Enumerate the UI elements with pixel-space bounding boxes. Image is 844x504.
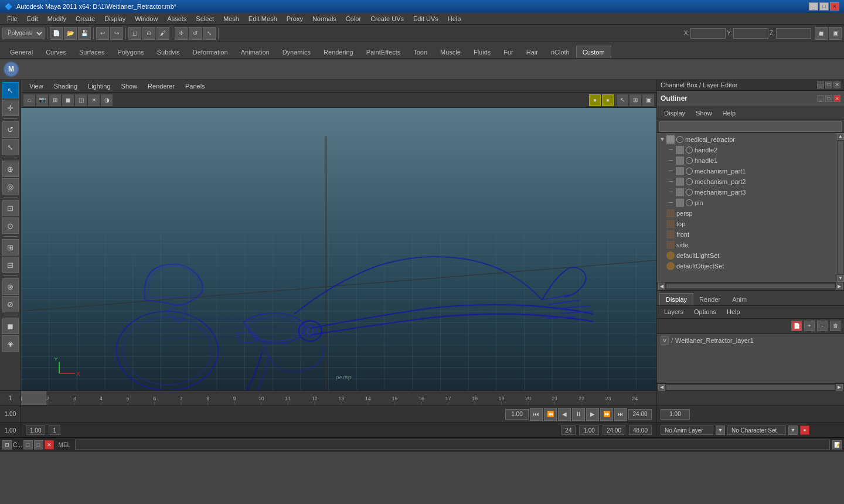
undo-button[interactable]: ↩ bbox=[96, 27, 109, 40]
shelf-tab-ncloth[interactable]: nCloth bbox=[544, 46, 576, 58]
duration-status[interactable]: 48.00 bbox=[629, 425, 652, 435]
render-region-button[interactable]: ◼ bbox=[2, 318, 19, 334]
script-editor-button[interactable]: 📝 bbox=[832, 440, 842, 449]
outliner-item-default-light-set[interactable]: defaultLightSet bbox=[657, 250, 844, 261]
outliner-item-side[interactable]: side bbox=[657, 240, 844, 250]
anim-end-status[interactable]: 1.00 bbox=[579, 425, 598, 435]
hscroll-left[interactable]: ◀ bbox=[658, 282, 665, 290]
mode-select[interactable]: Polygons bbox=[2, 28, 45, 39]
vp-menu-renderer[interactable]: Renderer bbox=[143, 81, 179, 91]
layer-new-button[interactable]: 📄 bbox=[791, 321, 802, 331]
vp-menu-view[interactable]: View bbox=[25, 81, 48, 91]
go-start-button[interactable]: ⏮ bbox=[530, 408, 543, 421]
layer-menu-options[interactable]: Options bbox=[689, 307, 721, 316]
anim-layer-field[interactable]: No Anim Layer bbox=[661, 425, 713, 435]
shelf-tab-dynamics[interactable]: Dynamics bbox=[276, 46, 317, 58]
menu-color[interactable]: Color bbox=[341, 14, 366, 23]
menu-file[interactable]: File bbox=[2, 14, 22, 23]
outliner-item-hnadle1[interactable]: ─ hnadle1 bbox=[657, 155, 844, 166]
playback-start-status[interactable]: 1.00 bbox=[26, 425, 45, 435]
3d-viewport[interactable]: X Y persp bbox=[21, 108, 656, 390]
shelf-tab-custom[interactable]: Custom bbox=[576, 46, 611, 58]
cb-restore-button[interactable]: □ bbox=[825, 81, 832, 88]
close-button[interactable]: ✕ bbox=[830, 2, 839, 11]
hscroll-thumb[interactable] bbox=[666, 284, 835, 288]
vp-texture-button[interactable]: ◫ bbox=[75, 94, 87, 106]
lasso-tool-button[interactable]: ⊙ bbox=[2, 217, 19, 234]
select-tool-button[interactable]: ↖ bbox=[2, 82, 19, 98]
render-button[interactable]: ◼ bbox=[815, 27, 828, 40]
z-field[interactable] bbox=[776, 28, 811, 39]
playback-end-field[interactable]: 24.00 bbox=[628, 409, 652, 420]
anim-layer-dropdown[interactable]: ▼ bbox=[716, 425, 725, 435]
scale-button[interactable]: ⤡ bbox=[203, 27, 216, 40]
mel-input[interactable] bbox=[75, 440, 830, 450]
shelf-tab-fur[interactable]: Fur bbox=[497, 46, 520, 58]
x-field[interactable] bbox=[690, 28, 726, 39]
vp-select-mode-button[interactable]: ↖ bbox=[617, 94, 628, 106]
outliner-restore[interactable]: □ bbox=[825, 95, 832, 102]
show-isolate-button[interactable]: ◈ bbox=[2, 335, 19, 352]
save-file-button[interactable]: 💾 bbox=[78, 27, 91, 40]
scale-tool-button[interactable]: ⤡ bbox=[2, 139, 19, 155]
outliner-item-top[interactable]: top bbox=[657, 219, 844, 229]
shelf-tab-deformation[interactable]: Deformation bbox=[186, 46, 234, 58]
current-frame-status[interactable]: 1 bbox=[49, 425, 60, 435]
outliner-item-mechanism-part1[interactable]: ─ mechanism_part1 bbox=[657, 166, 844, 176]
snap-to-point-button[interactable]: ⊛ bbox=[2, 278, 19, 295]
vp-shadow-button[interactable]: ◑ bbox=[101, 94, 113, 106]
outliner-search-input[interactable] bbox=[659, 121, 842, 132]
step-back-button[interactable]: ⏪ bbox=[544, 408, 557, 421]
menu-edit[interactable]: Edit bbox=[22, 14, 43, 23]
outliner-item-medical-retractor[interactable]: ▼ medical_retractor bbox=[657, 134, 844, 145]
menu-proxy[interactable]: Proxy bbox=[282, 14, 308, 23]
outliner-item-mechanism-part3[interactable]: ─ mechanism_part3 bbox=[657, 187, 844, 197]
shelf-tab-general[interactable]: General bbox=[4, 46, 39, 58]
shelf-tab-muscle[interactable]: Muscle bbox=[434, 46, 467, 58]
cb-close-button[interactable]: ✕ bbox=[833, 81, 840, 88]
vp-wireframe-button[interactable]: ⊞ bbox=[49, 94, 61, 106]
layer-remove-button[interactable]: - bbox=[817, 321, 828, 331]
layer-add-selected-button[interactable]: + bbox=[804, 321, 815, 331]
bottom-panel-btn1[interactable]: □ bbox=[23, 440, 33, 449]
open-file-button[interactable]: 📂 bbox=[64, 27, 77, 40]
move-button[interactable]: ✛ bbox=[175, 27, 188, 40]
menu-mesh[interactable]: Mesh bbox=[219, 14, 244, 23]
outliner-item-handle2[interactable]: ─ handle2 bbox=[657, 145, 844, 155]
outliner-item-pin[interactable]: ─ pin bbox=[657, 197, 844, 208]
menu-normals[interactable]: Normals bbox=[308, 14, 341, 23]
bottom-panel-close[interactable]: ✕ bbox=[45, 440, 54, 449]
go-end-button[interactable]: ⏭ bbox=[614, 408, 627, 421]
snap-to-grid-button[interactable]: ⊞ bbox=[2, 239, 19, 256]
vp-menu-show[interactable]: Show bbox=[117, 81, 142, 91]
rotate-tool-button[interactable]: ↺ bbox=[2, 121, 19, 138]
menu-modify[interactable]: Modify bbox=[43, 14, 71, 23]
recording-button[interactable]: ● bbox=[800, 425, 809, 435]
play-forward-button[interactable]: ▶ bbox=[586, 408, 599, 421]
vp-menu-lighting[interactable]: Lighting bbox=[83, 81, 115, 91]
select-button[interactable]: ◻ bbox=[128, 27, 141, 40]
layer-menu-help[interactable]: Help bbox=[722, 307, 745, 316]
shelf-tab-toon[interactable]: Toon bbox=[407, 46, 434, 58]
menu-create[interactable]: Create bbox=[71, 14, 100, 23]
universal-manip-button[interactable]: ⊕ bbox=[2, 161, 19, 177]
snap-to-surface-button[interactable]: ⊘ bbox=[2, 296, 19, 312]
character-set-field[interactable]: No Character Set bbox=[727, 425, 786, 435]
vp-camera-button[interactable]: 📷 bbox=[36, 94, 48, 106]
vp-solid-button[interactable]: ◼ bbox=[62, 94, 74, 106]
shelf-tab-curves[interactable]: Curves bbox=[39, 46, 73, 58]
outliner-close[interactable]: ✕ bbox=[833, 95, 840, 102]
layer-vis-toggle[interactable]: V bbox=[661, 336, 669, 345]
outliner-item-default-object-set[interactable]: defaultObjectSet bbox=[657, 261, 844, 271]
snap-to-curve-button[interactable]: ⊟ bbox=[2, 257, 19, 273]
outliner-item-mechanism-part2[interactable]: ─ mechanism_part2 bbox=[657, 176, 844, 187]
layer-hscroll-right[interactable]: ▶ bbox=[836, 384, 843, 391]
vp-light-indicator-1[interactable]: ● bbox=[589, 94, 601, 106]
scroll-thumb[interactable] bbox=[838, 141, 843, 274]
paint-button[interactable]: 🖌 bbox=[156, 27, 169, 40]
menu-help[interactable]: Help bbox=[443, 14, 466, 23]
stop-button[interactable]: ⏸ bbox=[572, 408, 585, 421]
vp-light-indicator-2[interactable]: ● bbox=[602, 94, 614, 106]
shelf-tab-surfaces[interactable]: Surfaces bbox=[73, 46, 111, 58]
character-set-dropdown[interactable]: ▼ bbox=[788, 425, 798, 435]
